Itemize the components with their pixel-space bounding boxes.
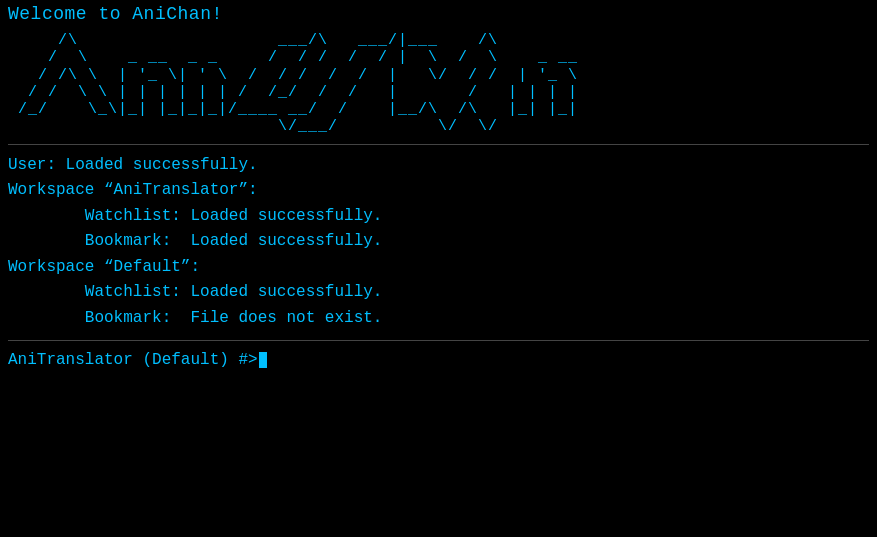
status-line: Bookmark: File does not exist. xyxy=(8,306,869,332)
status-line: Workspace “AniTranslator”: xyxy=(8,178,869,204)
ascii-line: / / \ \ | | | | | | / /_/ / / | / | | | … xyxy=(8,84,869,101)
status-line: Watchlist: Loaded successfully. xyxy=(8,204,869,230)
welcome-text: Welcome to AniChan! xyxy=(8,4,869,24)
cursor xyxy=(259,352,267,368)
status-line: Bookmark: Loaded successfully. xyxy=(8,229,869,255)
status-line: Watchlist: Loaded successfully. xyxy=(8,280,869,306)
divider-top xyxy=(8,144,869,145)
status-line: User: Loaded successfully. xyxy=(8,153,869,179)
prompt-line[interactable]: AniTranslator (Default) #> xyxy=(8,351,869,369)
prompt-text: AniTranslator (Default) #> xyxy=(8,351,258,369)
ascii-line: /\ ___/\ ___/|___ /\ xyxy=(8,32,869,49)
ascii-art: /\ ___/\ ___/|___ /\ / \ _ __ _ _ / / / … xyxy=(8,32,869,136)
status-line: Workspace “Default”: xyxy=(8,255,869,281)
status-section: User: Loaded successfully.Workspace “Ani… xyxy=(8,153,869,332)
ascii-line: /_/ \_\|_| |_|_|_|/____ __/ / |__/\ /\ |… xyxy=(8,101,869,118)
prompt-section: AniTranslator (Default) #> xyxy=(8,351,869,369)
divider-bottom xyxy=(8,340,869,341)
ascii-line: / \ _ __ _ _ / / / / / | \ / \ _ __ xyxy=(8,49,869,66)
ascii-line: / /\ \ | '_ \| ' \ / / / / / | \/ / / | … xyxy=(8,67,869,84)
terminal-window: Welcome to AniChan! /\ ___/\ ___/|___ /\… xyxy=(8,4,869,369)
ascii-line: \/___/ \/ \/ xyxy=(8,118,869,135)
